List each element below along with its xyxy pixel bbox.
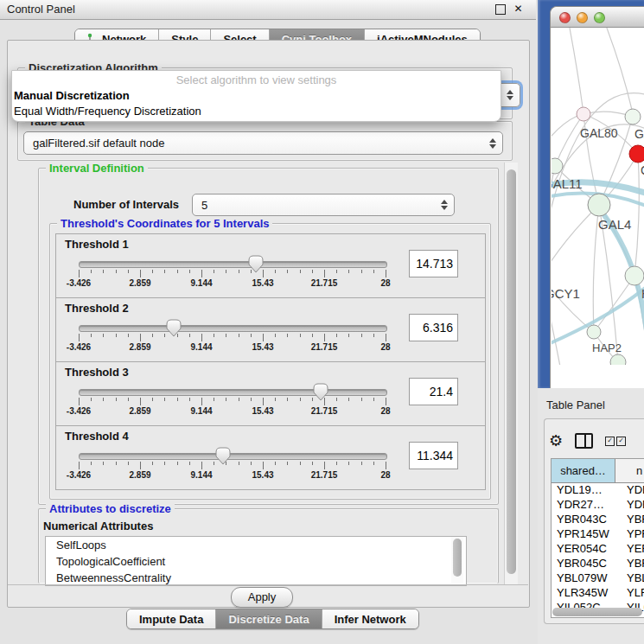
algorithm-option-manual-discretization[interactable]: Manual Discretization [12, 89, 501, 105]
slider-track[interactable] [79, 325, 387, 332]
network-node[interactable] [588, 194, 610, 216]
slider-thumb[interactable] [248, 255, 264, 273]
threshold-value-field[interactable]: 11.344 [409, 442, 458, 469]
tab-impute-data[interactable]: Impute Data [127, 609, 216, 628]
window-close-icon[interactable] [559, 12, 571, 23]
slider-scale-label: 28 [380, 406, 390, 416]
slider-thumb[interactable] [313, 383, 328, 401]
cell-name: YDR2 [620, 498, 644, 513]
table-row[interactable]: YDR27…YDR2 [552, 498, 644, 513]
slider-track[interactable] [79, 453, 387, 460]
threshold-value-field[interactable]: 6.316 [409, 314, 458, 341]
slider-tick [226, 270, 226, 273]
slider-tick [91, 270, 92, 273]
network-node-label: GAL11 [552, 176, 583, 191]
network-node[interactable] [587, 325, 601, 339]
slider-tick [189, 462, 190, 465]
algorithm-placeholder-option[interactable]: Select algorithm to view settings [12, 71, 501, 89]
slider-scale-label: 28 [380, 470, 390, 480]
window-zoom-icon[interactable] [594, 12, 605, 23]
attribute-item-selfloops[interactable]: SelfLoops [46, 537, 466, 553]
slider-tick [386, 270, 386, 277]
table-row[interactable]: YER054CYER0 [552, 542, 644, 557]
tab-infer-network[interactable]: Infer Network [322, 609, 418, 628]
algorithm-option-equal-width-frequency-discretization[interactable]: Equal Width/Frequency Discretization [12, 105, 501, 120]
slider-tick [152, 398, 153, 401]
network-window-titlebar[interactable] [551, 7, 644, 28]
table-row[interactable]: YBL079WYBL0 [552, 571, 644, 586]
window-minimize-icon[interactable] [577, 12, 588, 23]
table-row[interactable]: YBR045CYBR0 [552, 557, 644, 571]
slider-tick [239, 462, 239, 465]
numerical-attributes-list[interactable]: SelfLoopsTopologicalCoefficientBetweenne… [45, 536, 467, 586]
network-node-label: GCY1 [552, 286, 580, 301]
table-row[interactable]: YBR043CYBR0 [552, 513, 644, 527]
threshold-value-field[interactable]: 14.713 [409, 250, 458, 277]
float-panel-icon[interactable] [495, 4, 506, 15]
slider-tick [300, 334, 301, 337]
column-header-name[interactable]: n [615, 459, 644, 482]
slider-tick [348, 270, 349, 273]
network-edge[interactable] [569, 28, 583, 107]
slider-tick [128, 462, 129, 465]
close-panel-icon[interactable]: ✕ [513, 3, 524, 15]
slider-scale-label: 2.859 [129, 406, 150, 416]
column-header-shared-name[interactable]: shared… [552, 459, 615, 482]
attributes-scrollbar-thumb[interactable] [453, 539, 462, 577]
table-panel-title: Table Panel [546, 399, 605, 411]
slider-track[interactable] [79, 389, 387, 396]
combo-arrows-icon [507, 90, 513, 100]
slider-tick [189, 270, 190, 273]
slider-tick [263, 398, 264, 405]
algorithm-dropdown-popup: Select algorithm to view settings Manual… [11, 70, 501, 122]
slider-thumb[interactable] [166, 319, 182, 337]
network-edge[interactable] [634, 154, 639, 276]
tab-discretize-data[interactable]: Discretize Data [216, 609, 322, 628]
number-of-intervals-combobox[interactable]: 5 [192, 194, 455, 216]
slider-tick [189, 398, 190, 401]
slider-tick [79, 334, 80, 341]
slider-tick [275, 270, 276, 273]
network-edge[interactable] [552, 205, 599, 277]
slider-tick [103, 462, 104, 465]
panel-scrollbar-track[interactable] [504, 163, 518, 584]
table-row[interactable]: YPR145WYPR1 [552, 527, 644, 542]
table-rows: YDL19…YDL1YDR27…YDR2YBR043CYBR0YPR145WYP… [552, 483, 644, 615]
columns-icon[interactable] [575, 433, 593, 449]
attribute-item-topologicalcoefficient[interactable]: TopologicalCoefficient [46, 553, 466, 570]
threshold-coordinates-group-title: Threshold's Coordinates for 5 Intervals [57, 217, 272, 230]
gear-icon[interactable]: ⚙ [549, 433, 563, 449]
slider-tick [324, 270, 325, 277]
table-hscrollbar-thumb[interactable] [552, 608, 642, 616]
slider-tick [239, 398, 239, 401]
network-node[interactable] [625, 266, 644, 285]
table-data-combobox[interactable]: galFiltered.sif default node [23, 131, 503, 155]
network-canvas[interactable]: GAL80GACGAL11GAL4GCY1HHAP2 [552, 28, 644, 365]
threshold-value-field[interactable]: 21.4 [409, 378, 458, 405]
slider-tick [164, 270, 165, 273]
combo-arrows-icon [441, 200, 448, 210]
network-node-label: GA [634, 127, 644, 141]
control-panel-title: Control Panel [7, 3, 75, 16]
panel-scrollbar-thumb[interactable] [507, 169, 516, 574]
slider-tick [348, 462, 349, 465]
slider-tick [214, 270, 214, 273]
table-row[interactable]: YLR345WYLR3 [552, 586, 644, 601]
threshold-panel-2: Threshold 2-3.4262.8599.14415.4321.71528… [55, 297, 486, 362]
network-node[interactable] [552, 158, 563, 174]
slider-track[interactable] [79, 261, 387, 268]
slider-tick [91, 462, 92, 465]
network-node[interactable] [629, 145, 644, 163]
slider-thumb[interactable] [215, 447, 231, 465]
node-table: shared… n YDL19…YDL1YDR27…YDR2YBR043CYBR… [551, 458, 644, 618]
slider-tick [239, 334, 239, 337]
attributes-scrollbar-track[interactable] [451, 537, 463, 583]
table-row[interactable]: YDL19…YDL1 [552, 483, 644, 498]
slider-tick [128, 334, 129, 337]
network-edge[interactable] [605, 28, 632, 110]
network-node[interactable] [577, 107, 590, 121]
network-node[interactable] [625, 109, 641, 124]
select-columns-icon[interactable]: ✓ ✓ [605, 437, 626, 446]
threshold-label: Threshold 1 [65, 238, 129, 251]
apply-button[interactable]: Apply [231, 587, 293, 608]
